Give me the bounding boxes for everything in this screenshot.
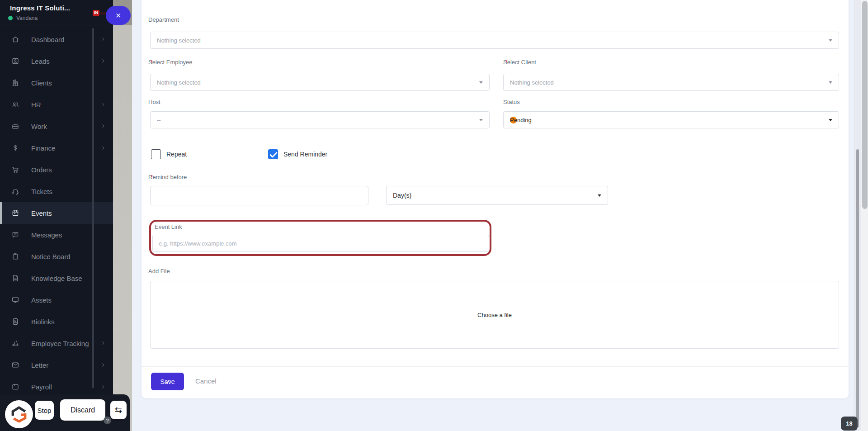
sidebar-item-tickets[interactable]: Tickets bbox=[0, 180, 113, 202]
sidebar-item-label: Letter bbox=[31, 361, 48, 369]
org-name: Ingress IT Soluti... bbox=[10, 4, 70, 12]
sidebar-item-label: Work bbox=[31, 123, 47, 130]
department-select[interactable]: Nothing selected bbox=[150, 32, 839, 49]
cancel-button[interactable]: Cancel bbox=[195, 377, 217, 385]
host-value: -- bbox=[157, 117, 161, 123]
sidebar-header: Ingress IT Soluti... Vandana IN GRESS bbox=[0, 0, 113, 25]
chevron-down-icon bbox=[598, 194, 601, 197]
sidebar-item-employee-tracking[interactable]: Employee Tracking bbox=[0, 332, 113, 354]
sidebar-item-label: Payroll bbox=[31, 383, 52, 391]
choose-file-text: Choose a file bbox=[477, 312, 512, 318]
sidebar-item-events[interactable]: Events bbox=[0, 202, 113, 224]
sidebar-item-label: Events bbox=[31, 209, 52, 217]
sidebar-item-biolinks[interactable]: Biolinks bbox=[0, 311, 113, 332]
chevron-right-icon bbox=[100, 37, 106, 42]
brand-logo-badge: IN bbox=[93, 10, 99, 16]
chevron-down-icon bbox=[479, 81, 483, 84]
browser-scrollbar-track bbox=[861, 0, 868, 431]
page: Department Nothing selected Select Emplo… bbox=[0, 0, 868, 431]
sidebar-item-label: Biolinks bbox=[31, 318, 55, 326]
user-name: Vandana bbox=[16, 15, 38, 21]
sidebar-item-label: Clients bbox=[31, 79, 52, 87]
event-form-card: Department Nothing selected Select Emplo… bbox=[142, 0, 849, 398]
select-client-value: Nothing selected bbox=[510, 79, 554, 86]
chevron-right-icon bbox=[100, 58, 106, 64]
status-value: Pending bbox=[510, 117, 532, 123]
department-label: Department bbox=[148, 16, 179, 23]
sidebar-item-hr[interactable]: HR bbox=[0, 94, 113, 115]
browser-scrollbar-thumb[interactable] bbox=[862, 1, 868, 209]
chevron-right-icon bbox=[100, 123, 106, 129]
sidebar-item-label: Tickets bbox=[31, 188, 52, 195]
status-label: Status bbox=[503, 99, 520, 105]
chevron-down-icon bbox=[829, 39, 832, 42]
check-icon bbox=[269, 150, 278, 160]
monitor-icon bbox=[11, 296, 19, 304]
online-status-dot-icon bbox=[8, 16, 13, 20]
select-employee-value: Nothing selected bbox=[157, 79, 201, 86]
question-mark-icon: ? bbox=[106, 418, 108, 423]
footer-divider bbox=[142, 366, 849, 367]
repeat-checkbox[interactable] bbox=[151, 149, 161, 159]
stop-button[interactable]: Stop bbox=[35, 401, 54, 420]
send-reminder-checkbox[interactable] bbox=[268, 149, 278, 159]
sidebar-item-finance[interactable]: Finance bbox=[0, 137, 113, 159]
swap-arrows-icon: ⇆ bbox=[115, 405, 122, 415]
home-icon bbox=[11, 35, 19, 43]
chevron-right-icon bbox=[100, 145, 106, 151]
required-asterisk: * bbox=[505, 59, 508, 66]
sidebar-item-clients[interactable]: Clients bbox=[0, 72, 113, 94]
sidebar-scrollbar-thumb[interactable] bbox=[92, 28, 94, 388]
swap-button[interactable]: ⇆ bbox=[110, 401, 127, 419]
help-button[interactable]: ? bbox=[104, 417, 111, 424]
overlay-backdrop-strip bbox=[113, 0, 132, 431]
sidebar-item-leads[interactable]: Leads bbox=[0, 50, 113, 72]
page-number-badge: 18 bbox=[841, 417, 858, 431]
active-indicator bbox=[0, 202, 2, 224]
sidebar-item-dashboard[interactable]: Dashboard bbox=[0, 28, 113, 50]
sidebar-item-work[interactable]: Work bbox=[0, 115, 113, 137]
add-file-label: Add File bbox=[148, 268, 170, 275]
repeat-label: Repeat bbox=[166, 151, 187, 158]
sidebar-item-label: Leads bbox=[31, 57, 50, 65]
headset-icon bbox=[11, 187, 19, 195]
sidebar-item-label: HR bbox=[31, 101, 41, 109]
sidebar-item-assets[interactable]: Assets bbox=[0, 289, 113, 311]
sidebar-item-label: Dashboard bbox=[31, 36, 64, 43]
select-employee-select[interactable]: Nothing selected bbox=[150, 74, 490, 91]
hexagon-logo-icon bbox=[10, 406, 28, 423]
close-drawer-button[interactable]: × bbox=[106, 6, 131, 25]
sidebar-nav: DashboardLeadsClientsHRWorkFinanceOrders… bbox=[0, 28, 113, 398]
host-select[interactable]: -- bbox=[150, 111, 490, 128]
host-label: Host bbox=[148, 99, 160, 105]
sidebar-item-label: Notice Board bbox=[31, 253, 71, 260]
file-dropzone[interactable]: Choose a file bbox=[150, 281, 839, 349]
sidebar-item-label: Assets bbox=[31, 296, 52, 304]
sidebar-item-label: Employee Tracking bbox=[31, 340, 89, 347]
discard-button[interactable]: Discard bbox=[60, 399, 105, 421]
sidebar-item-notice-board[interactable]: Notice Board bbox=[0, 246, 113, 267]
envelope-icon bbox=[11, 361, 19, 369]
chevron-right-icon bbox=[100, 102, 106, 107]
sidebar-item-orders[interactable]: Orders bbox=[0, 159, 113, 180]
user-row: Vandana bbox=[8, 15, 38, 21]
remind-before-input[interactable] bbox=[150, 186, 368, 205]
sidebar-item-letter[interactable]: Letter bbox=[0, 354, 113, 376]
sidebar-item-label: Knowledge Base bbox=[31, 275, 82, 282]
remind-unit-select[interactable]: Day(s) bbox=[386, 186, 608, 205]
drawer-scrollbar-thumb[interactable] bbox=[856, 149, 859, 427]
sidebar-item-label: Finance bbox=[31, 144, 55, 152]
status-select[interactable]: Pending bbox=[503, 111, 839, 128]
sidebar-item-messages[interactable]: Messages bbox=[0, 224, 113, 246]
sidebar-item-knowledge-base[interactable]: Knowledge Base bbox=[0, 267, 113, 289]
chat-icon bbox=[11, 231, 19, 239]
recorder-logo-button[interactable] bbox=[5, 400, 33, 428]
id-badge-icon bbox=[11, 317, 19, 326]
save-button[interactable]: Save bbox=[151, 373, 184, 390]
chevron-right-icon bbox=[100, 341, 106, 346]
send-reminder-label: Send Reminder bbox=[283, 151, 327, 158]
scooter-icon bbox=[11, 339, 19, 347]
required-asterisk: * bbox=[151, 174, 153, 180]
department-value: Nothing selected bbox=[157, 37, 201, 44]
select-client-select[interactable]: Nothing selected bbox=[503, 74, 839, 91]
